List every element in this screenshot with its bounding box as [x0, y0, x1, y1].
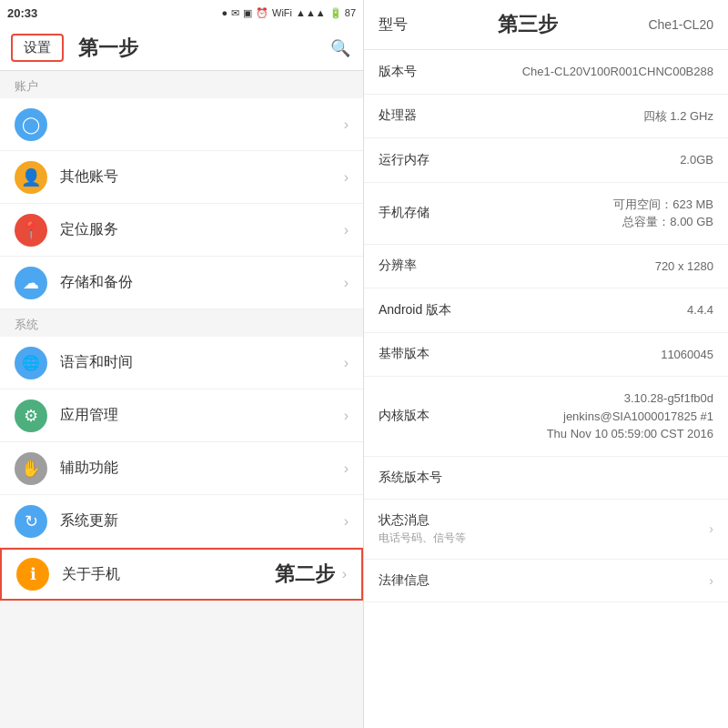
chevron-icon: ›: [344, 275, 349, 291]
top-bar: 设置 第一步 🔍: [0, 25, 363, 71]
menu-item-language[interactable]: 🌐 语言和时间 ›: [0, 337, 363, 389]
menu-item-location[interactable]: 📍 定位服务 ›: [0, 204, 363, 257]
storage-icon: ☁: [15, 267, 47, 299]
system-update-icon: ↻: [15, 505, 47, 538]
other-accounts-icon: 👤: [15, 161, 47, 194]
model-label: 型号: [379, 15, 408, 35]
baseband-label: 基带版本: [379, 346, 460, 362]
kernel-value: 3.10.28-g5f1fb0d jenkins@SIA1000017825 #…: [460, 389, 713, 443]
processor-label: 处理器: [379, 107, 460, 124]
right-header: 型号 第三步 Che1-CL20: [364, 0, 728, 50]
android-version-label: Android 版本: [379, 302, 460, 318]
app-manage-icon: ⚙: [15, 399, 47, 432]
menu-item-unknown[interactable]: ◯ ›: [0, 98, 363, 151]
chevron-icon: ›: [344, 513, 349, 530]
storage-label: 存储和备份: [60, 273, 344, 292]
status-bar: 20:33 ● ✉ ▣ ⏰ WiFi ▲▲▲ 🔋 87: [0, 0, 363, 25]
legal-chevron: ›: [709, 573, 713, 588]
status-chevron: ›: [709, 521, 713, 536]
menu-item-system-update[interactable]: ↻ 系统更新 ›: [0, 495, 363, 548]
ram-label: 运行内存: [379, 152, 460, 168]
chevron-icon: ›: [344, 460, 349, 477]
step3-title: 第三步: [498, 11, 558, 38]
kernel-label: 内核版本: [379, 408, 460, 424]
about-label: 关于手机: [62, 565, 266, 584]
screenshot-icon: ▣: [243, 7, 252, 19]
status-sublabel: 电话号码、信号等: [379, 531, 703, 546]
chevron-icon: ›: [344, 355, 349, 371]
ram-value: 2.0GB: [460, 151, 713, 169]
menu-item-about[interactable]: ℹ 关于手机 第二步 ›: [0, 548, 363, 601]
location-icon: 📍: [15, 214, 47, 247]
storage-label: 手机存储: [379, 205, 460, 221]
language-icon: 🌐: [15, 347, 47, 379]
menu-item-accessibility[interactable]: ✋ 辅助功能 ›: [0, 442, 363, 495]
row-android-version: Android 版本 4.4.4: [364, 288, 728, 333]
resolution-value: 720 x 1280: [460, 258, 713, 276]
other-accounts-label: 其他账号: [60, 167, 344, 187]
menu-item-app-manage[interactable]: ⚙ 应用管理 ›: [0, 389, 363, 442]
notification-icon: ●: [221, 7, 228, 18]
android-version-value: 4.4.4: [460, 301, 713, 319]
language-label: 语言和时间: [60, 353, 344, 372]
settings-button[interactable]: 设置: [11, 34, 64, 62]
alarm-icon: ⏰: [256, 7, 268, 19]
status-time: 20:33: [7, 6, 37, 20]
row-system-build: 系统版本号: [364, 457, 728, 500]
right-panel: 型号 第三步 Che1-CL20 版本号 Che1-CL20V100R001CH…: [364, 0, 728, 728]
row-ram: 运行内存 2.0GB: [364, 138, 728, 183]
legal-label: 法律信息: [379, 572, 460, 589]
chevron-icon: ›: [344, 408, 349, 424]
row-status[interactable]: 状态消息 电话号码、信号等 ›: [364, 500, 728, 560]
row-processor: 处理器 四核 1.2 GHz: [364, 95, 728, 139]
version-number-value: Che1-CL20V100R001CHNC00B288: [460, 63, 713, 81]
row-storage: 手机存储 可用空间：623 MB 总容量：8.00 GB: [364, 183, 728, 245]
baseband-value: 11060045: [460, 346, 713, 364]
row-legal[interactable]: 法律信息 ›: [364, 560, 728, 602]
system-build-label: 系统版本号: [379, 470, 460, 486]
step2-title: 第二步: [275, 561, 335, 588]
location-label: 定位服务: [60, 220, 344, 239]
signal-icon: ▲▲▲: [296, 7, 326, 18]
row-version-number: 版本号 Che1-CL20V100R001CHNC00B288: [364, 50, 728, 95]
left-panel: 20:33 ● ✉ ▣ ⏰ WiFi ▲▲▲ 🔋 87 设置 第一步 🔍 账户 …: [0, 0, 364, 728]
system-update-label: 系统更新: [60, 511, 344, 531]
row-resolution: 分辨率 720 x 1280: [364, 245, 728, 289]
version-number-label: 版本号: [379, 64, 460, 80]
chevron-icon: ›: [344, 222, 349, 238]
step1-title: 第一步: [78, 35, 138, 62]
menu-item-storage[interactable]: ☁ 存储和备份 ›: [0, 257, 363, 309]
resolution-label: 分辨率: [379, 258, 460, 274]
app-manage-label: 应用管理: [60, 406, 344, 425]
search-icon[interactable]: 🔍: [330, 38, 350, 58]
message-icon: ✉: [231, 7, 239, 19]
chevron-icon: ›: [344, 116, 349, 133]
unknown-icon: ◯: [15, 108, 47, 141]
chevron-icon: ›: [344, 169, 349, 186]
status-label: 状态消息: [379, 512, 703, 529]
menu-item-other-accounts[interactable]: 👤 其他账号 ›: [0, 151, 363, 204]
about-icon: ℹ: [16, 558, 49, 591]
wifi-icon: WiFi: [272, 7, 292, 18]
row-baseband: 基带版本 11060045: [364, 333, 728, 378]
storage-value: 可用空间：623 MB 总容量：8.00 GB: [460, 196, 713, 231]
row-kernel: 内核版本 3.10.28-g5f1fb0d jenkins@SIA1000017…: [364, 377, 728, 457]
processor-value: 四核 1.2 GHz: [460, 107, 713, 126]
accessibility-icon: ✋: [15, 452, 47, 485]
model-value: Che1-CL20: [648, 17, 713, 32]
chevron-icon: ›: [342, 566, 347, 582]
section-system: 系统: [0, 309, 363, 337]
accessibility-label: 辅助功能: [60, 459, 344, 478]
battery-icon: 🔋 87: [329, 7, 356, 19]
section-accounts: 账户: [0, 71, 363, 98]
status-icons: ● ✉ ▣ ⏰ WiFi ▲▲▲ 🔋 87: [221, 7, 356, 19]
